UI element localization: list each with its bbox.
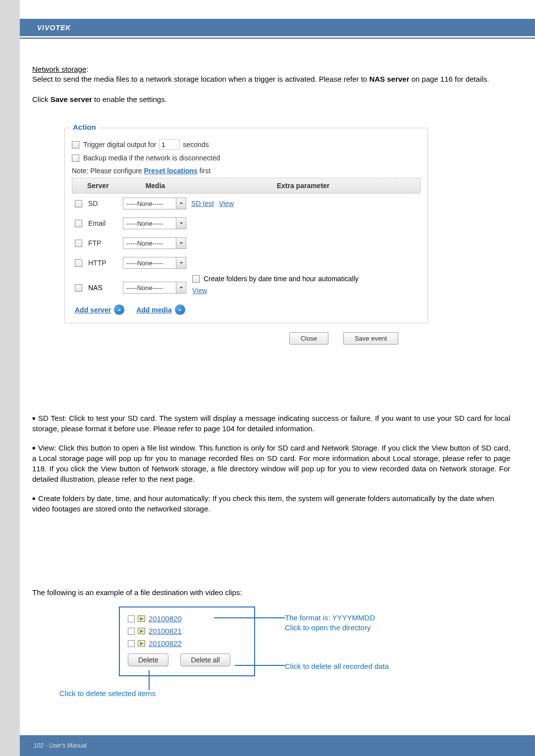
folder-row: 20100821	[128, 627, 246, 635]
footer-text: 102 - User's Manual	[34, 742, 87, 749]
nas-create-checkbox[interactable]	[192, 275, 200, 283]
brand-text: VIVOTEK	[37, 24, 71, 32]
bullet-icon: ■	[32, 445, 35, 452]
add-server-icon[interactable]	[114, 304, 124, 315]
header-rule	[20, 38, 535, 39]
nas-server-bold: NAS server	[369, 75, 409, 83]
email-label: Email	[88, 219, 123, 227]
action-legend: Action	[70, 123, 99, 131]
save-server-bold: Save server	[51, 95, 92, 103]
bullet-icon: ■	[32, 415, 35, 422]
th-server: Server	[72, 178, 124, 193]
sd-test-link[interactable]: SD test	[191, 200, 214, 207]
footer-bar: 102 - User's Manual	[20, 735, 535, 756]
save-event-button[interactable]: Save event	[343, 332, 398, 345]
email-checkbox[interactable]	[75, 220, 82, 227]
sd-view-link[interactable]: View	[219, 200, 234, 207]
ftp-label: FTP	[88, 239, 123, 247]
folder-link-3[interactable]: 20100822	[149, 639, 182, 648]
sd-media-select[interactable]: -----None-----	[123, 198, 186, 209]
email-media-select[interactable]: -----None-----	[123, 217, 186, 229]
row-http: HTTP -----None-----	[72, 253, 421, 273]
nas-create-label: Create folders by date time and hour aut…	[204, 275, 359, 283]
add-media-link[interactable]: Add media	[136, 304, 185, 315]
note-text: Note: Please configure Preset locations …	[72, 167, 421, 175]
http-checkbox[interactable]	[75, 259, 82, 267]
chevron-down-icon[interactable]	[176, 282, 186, 293]
folder-checkbox[interactable]	[128, 628, 135, 635]
connector-line	[235, 665, 285, 666]
folder-checkbox[interactable]	[128, 640, 135, 647]
intro-block: Network storage: Select to send the medi…	[32, 64, 510, 104]
sd-checkbox[interactable]	[75, 200, 82, 207]
folder-icon	[138, 615, 145, 622]
chevron-down-icon[interactable]	[176, 257, 186, 268]
row-ftp: FTP -----None-----	[72, 233, 421, 253]
annotation-format: The format is: YYYYMMDD Click to open th…	[285, 613, 375, 632]
http-media-select[interactable]: -----None-----	[123, 257, 186, 269]
annotation-delete-all: Click to delete all recorded data	[285, 661, 389, 671]
nas-label: NAS	[88, 284, 123, 292]
close-button[interactable]: Close	[289, 332, 328, 345]
add-media-icon[interactable]	[175, 304, 185, 315]
http-label: HTTP	[88, 259, 123, 267]
row-sd: SD -----None----- SD test View	[72, 194, 421, 213]
trigger-checkbox[interactable]	[72, 141, 79, 149]
folder-link-1[interactable]: 20100820	[149, 614, 182, 623]
table-header: Server Media Extra parameter	[72, 178, 421, 194]
trigger-seconds-input[interactable]	[159, 139, 180, 150]
backup-checkbox[interactable]	[72, 154, 79, 162]
header-bar: VIVOTEK	[20, 19, 535, 36]
th-media: Media	[124, 178, 186, 193]
bullets-block: ■SD Test: Click to test your SD card. Th…	[32, 413, 510, 523]
folder-checkbox[interactable]	[128, 615, 135, 622]
ftp-checkbox[interactable]	[75, 240, 82, 247]
folder-link-2[interactable]: 20100821	[149, 627, 182, 635]
delete-all-button[interactable]: Delete all	[180, 654, 230, 666]
folder-icon	[138, 640, 145, 647]
example-text: The following is an example of a file de…	[32, 588, 242, 597]
nas-media-select[interactable]: -----None-----	[123, 282, 186, 294]
chevron-down-icon[interactable]	[176, 198, 186, 209]
folder-row: 20100822	[128, 639, 246, 648]
annotation-delete-selected: Click to delete selected items	[59, 689, 156, 699]
backup-label: Backup media if the network is disconnec…	[83, 154, 220, 162]
row-email: Email -----None-----	[72, 213, 421, 233]
row-nas: NAS -----None----- Create folders by dat…	[72, 273, 421, 299]
preset-locations-link[interactable]: Preset locations	[144, 167, 198, 175]
ftp-media-select[interactable]: -----None-----	[123, 237, 186, 249]
network-storage-link[interactable]: Network storage	[32, 65, 86, 73]
nas-view-link[interactable]: View	[192, 287, 207, 295]
bullet-icon: ■	[32, 495, 35, 502]
trigger-unit: seconds	[183, 141, 209, 149]
action-panel: Action Trigger digital output for second…	[64, 124, 428, 345]
trigger-label: Trigger digital output for	[83, 141, 156, 149]
connector-line	[214, 617, 285, 618]
connector-line	[149, 670, 150, 690]
delete-button[interactable]: Delete	[128, 654, 168, 666]
add-server-link[interactable]: Add server	[75, 304, 124, 315]
nas-checkbox[interactable]	[75, 284, 82, 292]
folder-icon	[138, 628, 145, 634]
folder-row: 20100820	[128, 614, 246, 623]
chevron-down-icon[interactable]	[176, 218, 186, 229]
chevron-down-icon[interactable]	[176, 238, 186, 249]
th-extra: Extra parameter	[186, 178, 420, 193]
sd-label: SD	[88, 200, 123, 207]
